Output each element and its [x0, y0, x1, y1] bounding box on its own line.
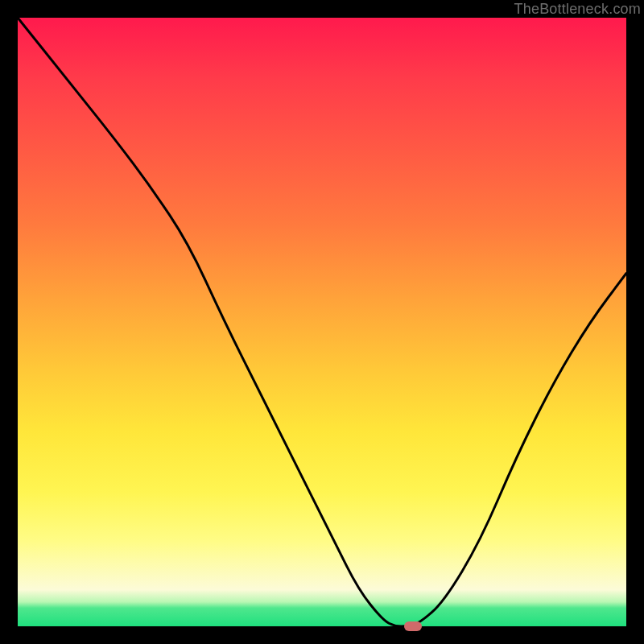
chart-frame: TheBottleneck.com [0, 0, 644, 644]
chart-plot-area [18, 18, 626, 626]
watermark-text: TheBottleneck.com [514, 1, 641, 18]
optimal-point-marker [404, 621, 422, 631]
bottleneck-curve [18, 18, 626, 626]
